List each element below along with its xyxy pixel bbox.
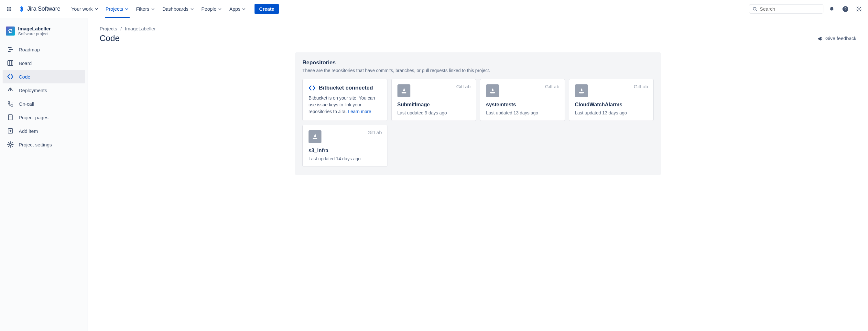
product-name: Jira Software [27, 5, 60, 12]
repo-card[interactable]: GitLab systemtests Last updated 13 days … [480, 79, 565, 121]
gear-icon [6, 141, 14, 148]
main-content: Projects / ImageLabeller Code Give feedb… [88, 18, 868, 331]
jira-logo-icon [18, 5, 25, 12]
nav-people[interactable]: People [198, 4, 226, 13]
sidebar-item-pages[interactable]: Project pages [3, 110, 85, 124]
roadmap-icon [6, 45, 14, 53]
repo-name: CloudWatchAlarms [575, 102, 648, 108]
top-nav: Jira Software Your work Projects Filters… [0, 0, 868, 18]
nav-your-work[interactable]: Your work [68, 4, 101, 13]
nav-filters[interactable]: Filters [133, 4, 158, 13]
repo-provider: GitLab [545, 84, 559, 89]
chevron-down-icon [151, 7, 155, 11]
repo-updated: Last updated 9 days ago [398, 110, 470, 115]
pages-icon [6, 113, 14, 121]
primary-nav: Your work Projects Filters Dashboards Pe… [68, 4, 279, 14]
deploy-icon [6, 86, 14, 94]
page-title: Code [100, 33, 120, 43]
settings-icon[interactable] [854, 4, 864, 14]
repo-icon [309, 130, 321, 143]
search-icon [752, 6, 757, 12]
learn-more-link[interactable]: Learn more [348, 109, 371, 114]
repo-icon [575, 85, 588, 97]
repo-icon [398, 85, 410, 97]
sidebar-item-board[interactable]: Board [3, 56, 85, 70]
panel-title: Repositories [302, 60, 654, 66]
project-type: Software project [18, 31, 51, 36]
repo-name: s3_infra [309, 148, 381, 154]
add-icon [6, 127, 14, 135]
notifications-icon[interactable] [827, 4, 837, 14]
sidebar-item-code[interactable]: Code [3, 70, 85, 84]
nav-dashboards[interactable]: Dashboards [159, 4, 197, 13]
bitbucket-heading: Bitbucket connected [319, 85, 373, 91]
create-button[interactable]: Create [254, 4, 279, 14]
help-icon[interactable] [840, 4, 850, 14]
nav-apps[interactable]: Apps [226, 4, 249, 13]
app-switcher-icon[interactable] [4, 4, 14, 14]
project-name: ImageLabeller [18, 26, 51, 31]
repo-updated: Last updated 14 days ago [309, 156, 381, 161]
breadcrumb-current[interactable]: ImageLabeller [125, 26, 156, 31]
repo-provider: GitLab [634, 84, 648, 89]
chevron-down-icon [190, 7, 194, 11]
bitbucket-info-card: Bitbucket connected Bitbucket is on your… [302, 79, 388, 121]
jira-logo[interactable]: Jira Software [16, 5, 63, 12]
repo-updated: Last updated 13 days ago [486, 110, 559, 115]
repo-provider: GitLab [456, 84, 470, 89]
sidebar-item-deployments[interactable]: Deployments [3, 84, 85, 97]
give-feedback-button[interactable]: Give feedback [817, 36, 856, 41]
repo-card[interactable]: GitLab SubmitImage Last updated 9 days a… [391, 79, 476, 121]
repo-name: systemtests [486, 102, 559, 108]
nav-projects[interactable]: Projects [102, 4, 132, 13]
project-avatar-icon [6, 27, 15, 36]
chevron-down-icon [94, 7, 99, 11]
repo-card[interactable]: GitLab s3_infra Last updated 14 days ago [302, 125, 388, 167]
repo-updated: Last updated 13 days ago [575, 110, 648, 115]
code-icon [309, 85, 316, 92]
oncall-icon [6, 100, 14, 108]
chevron-down-icon [125, 7, 129, 11]
sidebar-item-additem[interactable]: Add item [3, 124, 85, 138]
repo-name: SubmitImage [398, 102, 470, 108]
board-icon [6, 59, 14, 67]
breadcrumb-root[interactable]: Projects [100, 26, 117, 31]
repositories-panel: Repositories These are the repositories … [295, 53, 661, 175]
search-input[interactable] [760, 6, 820, 12]
repo-icon [486, 85, 499, 97]
repo-provider: GitLab [367, 130, 382, 135]
sidebar-item-settings[interactable]: Project settings [3, 138, 85, 151]
chevron-down-icon [242, 7, 246, 11]
repo-card[interactable]: GitLab CloudWatchAlarms Last updated 13 … [569, 79, 654, 121]
project-header[interactable]: ImageLabeller Software project [3, 25, 85, 43]
panel-subtitle: These are the repositories that have com… [302, 68, 654, 73]
code-icon [6, 73, 14, 80]
project-sidebar: ImageLabeller Software project Roadmap B… [0, 18, 88, 331]
sidebar-item-oncall[interactable]: On-call [3, 97, 85, 110]
chevron-down-icon [218, 7, 222, 11]
breadcrumb: Projects / ImageLabeller [100, 26, 856, 31]
megaphone-icon [817, 36, 823, 41]
sidebar-item-roadmap[interactable]: Roadmap [3, 43, 85, 56]
global-search[interactable] [749, 4, 824, 13]
